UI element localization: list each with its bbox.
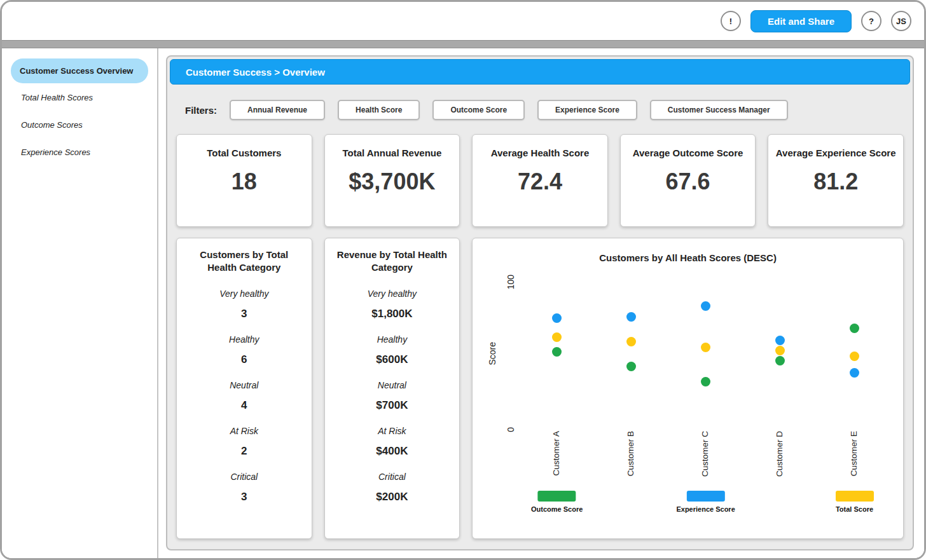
scatter-dot-experience-score [850, 368, 859, 378]
scatter-dot-experience-score [626, 312, 636, 322]
category-label: At Risk [230, 426, 258, 436]
page-title: Customer Success > Overview [186, 67, 325, 78]
top-toolbar: ! Edit and Share ? JS [2, 2, 924, 40]
card-title: Revenue by Total Health Category [333, 249, 452, 275]
filter-customer-success-manager[interactable]: Customer Success Manager [650, 100, 788, 120]
category-label: Very healthy [368, 289, 417, 299]
alert-button[interactable]: ! [721, 11, 741, 31]
filters-label: Filters: [185, 105, 217, 116]
kpi-value: 18 [232, 168, 257, 195]
panel-inner: Filters: Annual Revenue Health Score Out… [170, 85, 910, 547]
chart-body: Score 100 0 Customer ACustomer BCustomer… [484, 280, 892, 521]
x-axis-label-customer-d: Customer D [775, 431, 784, 477]
kpi-total-customers: Total Customers 18 [176, 134, 312, 227]
category-value: $600K [376, 353, 408, 366]
y-tick-min: 0 [506, 427, 516, 432]
kpi-title: Total Customers [203, 147, 285, 158]
scatter-dot-total-score [775, 346, 785, 355]
legend-item-outcome-score: Outcome Score [531, 491, 583, 513]
legend-swatch-experience-score [687, 491, 725, 502]
edit-and-share-button[interactable]: Edit and Share [750, 10, 852, 32]
filter-experience-score[interactable]: Experience Score [537, 100, 637, 120]
scatter-dot-total-score [552, 332, 562, 342]
category-label: Healthy [377, 334, 407, 345]
scatter-dot-total-score [850, 352, 859, 361]
category-value: $400K [376, 445, 408, 458]
dashboard-panel: Customer Success > Overview Filters: Ann… [166, 55, 914, 550]
legend-label: Experience Score [676, 505, 735, 513]
category-value: $700K [376, 399, 408, 412]
category-value: 6 [241, 353, 247, 366]
content-area: Customer Success Overview Total Health S… [2, 48, 924, 558]
x-axis-label-customer-a: Customer A [551, 431, 561, 476]
revenue-by-health-card: Revenue by Total Health Category Very he… [324, 238, 460, 539]
kpi-row: Total Customers 18 Total Annual Revenue … [176, 134, 904, 227]
kpi-value: $3,700K [349, 168, 435, 195]
plot-area [520, 280, 892, 427]
breadcrumb: Customer Success > Overview [170, 59, 910, 85]
kpi-total-annual-revenue: Total Annual Revenue $3,700K [324, 134, 460, 227]
category-label: Neutral [230, 380, 258, 390]
y-tick-max: 100 [506, 275, 516, 289]
scatter-dot-outcome-score [626, 362, 636, 371]
x-axis-label-customer-e: Customer E [849, 431, 859, 476]
y-axis-title: Score [487, 342, 497, 365]
legend-label: Outcome Score [531, 505, 583, 513]
category-value: 3 [241, 491, 247, 503]
scatter-dot-experience-score [775, 336, 785, 345]
main-area: Customer Success > Overview Filters: Ann… [158, 48, 924, 558]
sidebar-item-total-health-scores[interactable]: Total Health Scores [11, 85, 148, 111]
x-axis-label-customer-c: Customer C [700, 431, 710, 477]
x-axis-label-customer-b: Customer B [626, 431, 635, 476]
category-label: Critical [230, 472, 258, 482]
category-label: Very healthy [219, 289, 268, 299]
category-label: Critical [378, 472, 406, 482]
category-value: 3 [241, 308, 247, 320]
scatter-dot-experience-score [552, 313, 562, 323]
kpi-title: Average Experience Score [772, 147, 900, 158]
chart-legend: Outcome ScoreExperience ScoreTotal Score [520, 491, 892, 521]
kpi-title: Average Health Score [487, 147, 593, 158]
legend-item-experience-score: Experience Score [676, 491, 735, 513]
scatter-dot-outcome-score [775, 356, 785, 365]
category-value: $1,800K [371, 308, 412, 320]
filter-health-score[interactable]: Health Score [338, 100, 420, 120]
kpi-value: 72.4 [518, 168, 562, 195]
help-button[interactable]: ? [861, 11, 881, 31]
kpi-value: 67.6 [666, 168, 710, 195]
category-label: Neutral [378, 380, 406, 390]
sidebar-item-outcome-scores[interactable]: Outcome Scores [11, 112, 148, 138]
filters-bar: Filters: Annual Revenue Health Score Out… [176, 100, 904, 120]
legend-swatch-total-score [836, 491, 874, 502]
kpi-average-experience-score: Average Experience Score 81.2 [768, 134, 904, 227]
scatter-dot-outcome-score [850, 324, 859, 333]
card-title: Customers by Total Health Category [184, 249, 304, 275]
sidebar-item-customer-success-overview[interactable]: Customer Success Overview [11, 58, 148, 83]
legend-swatch-outcome-score [538, 491, 576, 502]
bottom-row: Customers by Total Health Category Very … [176, 238, 904, 539]
kpi-average-outcome-score: Average Outcome Score 67.6 [620, 134, 756, 227]
category-label: Healthy [229, 334, 259, 345]
category-value: 2 [241, 445, 247, 458]
sidebar-item-experience-scores[interactable]: Experience Scores [11, 139, 148, 165]
legend-item-total-score: Total Score [836, 491, 874, 513]
scatter-dot-total-score [701, 343, 710, 352]
y-axis: 100 0 [501, 280, 520, 427]
scatter-dot-outcome-score [701, 377, 710, 386]
legend-label: Total Score [836, 505, 873, 513]
app-window: ! Edit and Share ? JS Customer Success O… [0, 0, 926, 560]
filter-annual-revenue[interactable]: Annual Revenue [230, 100, 325, 120]
kpi-value: 81.2 [813, 168, 858, 195]
kpi-title: Total Annual Revenue [338, 147, 445, 158]
filter-outcome-score[interactable]: Outcome Score [432, 100, 525, 120]
kpi-average-health-score: Average Health Score 72.4 [472, 134, 608, 227]
kpi-title: Average Outcome Score [629, 147, 747, 158]
avatar[interactable]: JS [891, 11, 911, 31]
scatter-dot-total-score [626, 337, 636, 346]
scatter-dot-experience-score [701, 301, 710, 311]
window-divider-band [2, 40, 924, 48]
sidebar: Customer Success Overview Total Health S… [2, 48, 158, 558]
scatter-dot-outcome-score [552, 347, 562, 357]
category-label: At Risk [378, 426, 406, 436]
plot-region: Customer ACustomer BCustomer CCustomer D… [520, 280, 892, 521]
